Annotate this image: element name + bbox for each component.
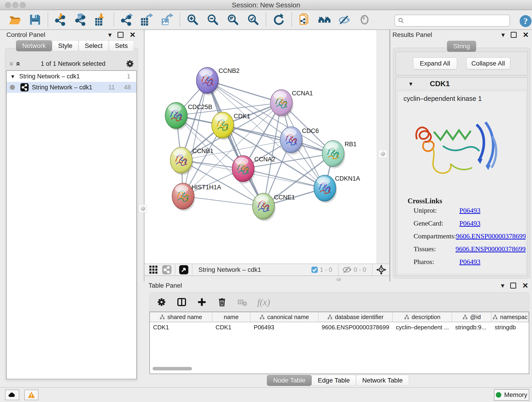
hidden-eye-slash-icon[interactable] xyxy=(342,266,352,274)
gene-collapse-icon[interactable]: ▾ xyxy=(409,80,412,88)
tab-select[interactable]: Select xyxy=(79,40,109,51)
network-canvas[interactable]: CCNB2 CCNA1 CDC25B CDK1 xyxy=(145,30,377,264)
node-CDC6[interactable]: CDC6 xyxy=(280,127,319,155)
tab-network-table[interactable]: Network Table xyxy=(356,375,409,386)
column-header--id[interactable]: @id xyxy=(452,312,492,322)
table-panel-close-icon[interactable]: ✕ xyxy=(522,283,528,288)
node-CDK1[interactable]: CDK1 xyxy=(212,112,250,140)
import-network-button[interactable] xyxy=(54,13,68,27)
column-header-canonical-name[interactable]: canonical name xyxy=(250,312,318,322)
table-panel-float-icon[interactable] xyxy=(510,283,516,288)
edge-CCNA2-CDKN1A[interactable] xyxy=(243,169,325,188)
node-CCNB2[interactable]: CCNB2 xyxy=(196,67,240,95)
export-image-button[interactable] xyxy=(160,13,174,27)
tab-network[interactable]: Network xyxy=(16,40,52,51)
results-panel-close-icon[interactable]: ✕ xyxy=(523,32,529,37)
tab-sets[interactable]: Sets xyxy=(109,40,134,51)
search-box[interactable] xyxy=(394,15,510,27)
crosslink-link[interactable]: P06493 xyxy=(459,258,481,266)
node-CDC25B[interactable]: CDC25B xyxy=(165,102,212,130)
table-hscrollbar[interactable] xyxy=(152,367,192,370)
grid-view-icon[interactable] xyxy=(149,265,158,274)
open-session-button[interactable] xyxy=(8,13,22,27)
collapse-all-networks-icon[interactable]: « xyxy=(6,62,15,66)
fit-content-crosshair-icon[interactable] xyxy=(376,265,386,275)
import-table-button[interactable] xyxy=(94,13,108,27)
open-in-window-icon[interactable] xyxy=(179,265,188,274)
tab-string[interactable]: String xyxy=(447,41,476,52)
tab-edge-table[interactable]: Edge Table xyxy=(312,375,356,386)
crosslink-link[interactable]: 9606.ENSP00000378699 xyxy=(456,245,526,253)
table-cell[interactable]: stringdb xyxy=(491,322,529,332)
table-cell[interactable]: P06493 xyxy=(250,322,318,332)
table-cell[interactable]: stringdb:9... xyxy=(452,322,492,332)
table-cell[interactable]: cyclin–dependent ... xyxy=(393,322,452,332)
column-header-description[interactable]: description xyxy=(393,312,452,322)
zoom-selected-button[interactable] xyxy=(246,13,260,27)
control-panel-close-icon[interactable]: ✕ xyxy=(129,32,136,37)
selected-count-checkbox-icon[interactable] xyxy=(311,266,318,273)
network-row-selected[interactable]: String Network – cdk1 11 48 xyxy=(7,82,136,93)
warnings-button[interactable] xyxy=(24,390,38,400)
zoom-out-button[interactable] xyxy=(206,13,220,27)
share-document-button[interactable] xyxy=(298,13,312,27)
table-splitter-handle[interactable] xyxy=(336,278,341,281)
table-panel-menu-icon[interactable]: ▾ xyxy=(501,283,504,288)
node-CDKN1A[interactable]: CDKN1A xyxy=(314,175,360,203)
node-CCNA2[interactable]: CCNA2 xyxy=(232,156,275,184)
help-button[interactable]: ? xyxy=(520,15,532,27)
column-header-database-identifier[interactable]: database identifier xyxy=(318,312,393,322)
crosslink-link[interactable]: 9606.ENSP00000378699 xyxy=(456,232,526,240)
table-options-gear-icon[interactable] xyxy=(157,297,167,307)
crosslink-link[interactable]: P06493 xyxy=(459,206,481,214)
save-session-button[interactable] xyxy=(28,13,42,27)
zoom-in-button[interactable] xyxy=(186,13,200,27)
tab-style[interactable]: Style xyxy=(52,40,79,51)
show-all-button[interactable] xyxy=(358,13,372,27)
collection-expand-icon[interactable]: ▾ xyxy=(11,73,14,80)
table-cell[interactable]: CDK1 xyxy=(212,322,251,332)
control-panel-menu-icon[interactable]: ▾ xyxy=(108,32,112,37)
crosslink-label: GeneCard: xyxy=(413,219,459,227)
node-CCNE1[interactable]: CCNE1 xyxy=(253,193,295,221)
refresh-button[interactable] xyxy=(272,13,286,27)
expand-all-button[interactable]: Expand All xyxy=(413,57,457,70)
node-HIST1H1A[interactable]: HIST1H1A xyxy=(172,183,221,211)
tab-node-table[interactable]: Node Table xyxy=(267,375,312,386)
delete-table-icon[interactable] xyxy=(237,297,247,307)
network-overview-icon[interactable] xyxy=(162,265,171,274)
table-row[interactable]: CDK1CDK1P064939606.ENSP00000378699cyclin… xyxy=(150,322,529,332)
import-network-from-database-button[interactable] xyxy=(74,13,88,27)
control-splitter-handle[interactable] xyxy=(139,205,147,212)
function-builder-icon[interactable]: f(x) xyxy=(257,297,270,307)
add-column-icon[interactable] xyxy=(197,297,207,307)
table-cell[interactable]: 9606.ENSP00000378699 xyxy=(318,322,393,332)
control-panel-float-icon[interactable] xyxy=(118,32,123,38)
search-input[interactable] xyxy=(405,16,510,26)
network-options-gear-icon[interactable] xyxy=(125,59,134,68)
zoom-fit-button[interactable] xyxy=(226,13,240,27)
network-collection-row[interactable]: ▾ String Network – cdk1 1 xyxy=(7,71,136,82)
results-splitter-handle[interactable] xyxy=(379,150,387,158)
edge-CCNB2-HIST1H1A[interactable] xyxy=(183,80,207,196)
show-columns-icon[interactable] xyxy=(177,297,187,307)
node-RB1[interactable]: RB1 xyxy=(322,140,357,168)
cloud-button[interactable] xyxy=(5,390,19,400)
export-table-button[interactable] xyxy=(140,13,154,27)
results-splitter[interactable] xyxy=(377,30,389,264)
hide-selected-button[interactable] xyxy=(338,13,352,27)
memory-button[interactable]: Memory xyxy=(494,389,529,401)
delete-column-icon[interactable] xyxy=(217,297,227,307)
expand-all-networks-icon[interactable]: « xyxy=(14,62,23,66)
crosslink-link[interactable]: P06493 xyxy=(459,219,481,227)
home-button[interactable] xyxy=(317,13,332,27)
gene-section-header[interactable]: ▾ CDK1 xyxy=(396,78,527,90)
column-header-namespac[interactable]: namespac xyxy=(491,312,529,322)
table-cell[interactable]: CDK1 xyxy=(150,322,212,332)
column-header-shared-name[interactable]: shared name xyxy=(150,312,212,322)
collapse-all-button[interactable]: Collapse All xyxy=(466,57,510,70)
results-panel-float-icon[interactable] xyxy=(511,32,517,38)
column-header-name[interactable]: name xyxy=(212,312,251,322)
export-network-button[interactable] xyxy=(120,13,134,27)
results-panel-menu-icon[interactable]: ▾ xyxy=(501,32,505,37)
